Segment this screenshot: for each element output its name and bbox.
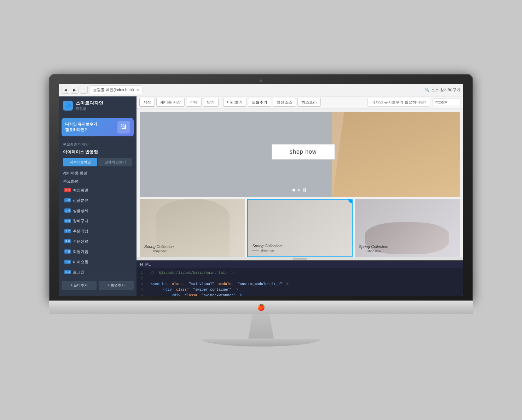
edit-icon-5[interactable]: ✏: [124, 229, 127, 233]
dot-2[interactable]: [297, 189, 300, 191]
delete-icon-3[interactable]: ✕: [128, 209, 131, 213]
code-panel: HTML 1 <!--@layout(/layout/basic/main.ht…: [137, 260, 463, 296]
code-content[interactable]: 1 <!--@layout(/layout/basic/main.html)--…: [137, 268, 463, 296]
screen-item-detail[interactable]: 상세 상품상세 ✏ ✕: [62, 206, 134, 215]
code-line-2: 2: [141, 276, 459, 282]
sidebar-logo: 🔷: [63, 101, 73, 111]
edit-icon[interactable]: ✏: [124, 188, 127, 192]
browser-toolbar: ◀ ▶ ☰ 쇼핑몰 메인(index.html) ✕ 🔍 소스 찾기/바꾸기: [59, 84, 463, 96]
hero-bg-image: [332, 112, 460, 197]
promo-text: 디자인 유지보수가필요하다면?: [65, 122, 115, 132]
edit-icon-7[interactable]: ✏: [124, 250, 127, 254]
scroll-handle: [137, 258, 463, 260]
tab-frequent[interactable]: 자주쓰는화면: [63, 158, 97, 166]
screen-name-category: 상품분류: [73, 198, 122, 203]
screen-item-main[interactable]: 메인 메인화면 ✏ ✕: [62, 185, 134, 195]
screen-item-mypage[interactable]: 마쇼 마이쇼핑 ✏ ✕: [62, 257, 134, 267]
product-card-1[interactable]: Spring Collection shop now: [140, 199, 245, 257]
forward-button[interactable]: ▶: [71, 86, 79, 94]
screen-item-order[interactable]: 주문 주문작성 ✏ ✕: [62, 226, 134, 236]
pause-bar-1: [303, 188, 304, 192]
tab-close-button[interactable]: ✕: [136, 88, 139, 92]
delete-icon-7[interactable]: ✕: [128, 250, 131, 254]
delete-icon-9[interactable]: ✕: [128, 270, 131, 274]
browser-tab[interactable]: 쇼핑몰 메인(index.html) ✕: [89, 85, 143, 94]
promo-icon: 🖼: [117, 121, 130, 134]
product-card-3[interactable]: Spring Collection shop now: [355, 199, 460, 257]
screen-icon-signup: 회원: [64, 249, 71, 254]
screen-icon-mypage: 마쇼: [64, 260, 71, 264]
code-line-5: 5 <div class="swiper-wrapper" >: [141, 293, 459, 296]
hero-section: shop now: [140, 112, 460, 197]
screen-name-signup: 회원가입: [73, 249, 122, 254]
add-module-button[interactable]: 모듈추가: [248, 98, 271, 107]
menu-button[interactable]: ☰: [80, 86, 88, 94]
btn-toolbar: 저장 새이름 저장 삭제 닫기 미리보기 모듈추가 최신소스 히스토리 디자인 …: [137, 96, 463, 108]
product-card-content-1: Spring Collection shop now: [144, 244, 174, 253]
bottom-actions: + 폴더추가 + 화면추가: [59, 278, 137, 293]
screen-list: 메인 메인화면 ✏ ✕ 상분 상품분류: [59, 185, 137, 278]
delete-button[interactable]: 삭제: [186, 98, 202, 107]
scroll-handle-bar: [293, 258, 307, 260]
back-button[interactable]: ◀: [62, 86, 69, 94]
edit-icon-3[interactable]: ✏: [124, 209, 127, 213]
product-card-2[interactable]: Spring Collection shop now: [247, 199, 352, 257]
promo-banner[interactable]: 디자인 유지보수가필요하다면? 🖼: [62, 118, 134, 136]
edit-icon-8[interactable]: ✏: [124, 260, 127, 264]
product-line-2: [252, 250, 259, 250]
url-box: https://: [432, 98, 460, 106]
search-source-button[interactable]: 🔍 소스 찾기/바꾸기: [425, 87, 460, 93]
screen-item-category[interactable]: 상분 상품분류 ✏ ✕: [62, 196, 134, 205]
delete-icon-4[interactable]: ✕: [128, 219, 131, 223]
edit-icon-9[interactable]: ✏: [124, 270, 127, 274]
last-source-button[interactable]: 최신소스: [273, 98, 296, 107]
screen-item-login[interactable]: 로그 로그인 ✏ ✕: [62, 267, 134, 277]
view-tabs: 자주쓰는화면 전체화면보기: [63, 158, 132, 166]
screen-name-order: 주문작성: [73, 229, 122, 234]
canvas-scroll[interactable]: shop now: [137, 108, 463, 258]
screen-icon-order: 주문: [64, 229, 71, 233]
imac-chin: 🍎: [49, 301, 473, 314]
save-button[interactable]: 저장: [139, 98, 155, 107]
editing-label: 편집중인 디자인: [59, 139, 137, 148]
tab-all[interactable]: 전체화면보기: [98, 158, 132, 166]
hero-figure: [332, 112, 460, 197]
screen-name-login: 로그인: [73, 270, 122, 275]
edit-icon-6[interactable]: ✏: [124, 239, 127, 243]
design-alert[interactable]: 디자인 유지보수가 필요하다면?: [367, 98, 430, 107]
pause-button[interactable]: [302, 188, 307, 193]
product-link-1: shop now: [153, 249, 167, 253]
screen-name-main: 메인화면: [73, 188, 122, 193]
history-button[interactable]: 히스토리: [297, 98, 321, 107]
close-button[interactable]: 닫기: [203, 98, 219, 107]
delete-icon[interactable]: ✕: [128, 188, 131, 192]
screen-icon-detail: 상세: [64, 208, 71, 213]
dot-1[interactable]: [292, 189, 295, 191]
add-folder-button[interactable]: + 폴더추가: [62, 281, 97, 290]
screen-item-cart[interactable]: 장바 장바구니 ✏ ✕: [62, 216, 134, 226]
main-split: 🔷 스마트디자인 편집창 디자인 유지보수가필요하다면? 🖼 편집중인 디자인 …: [59, 96, 463, 296]
preview-button[interactable]: 미리보기: [223, 98, 246, 107]
code-panel-header: HTML: [137, 261, 463, 268]
shop-now-button[interactable]: shop now: [272, 144, 335, 160]
edit-icon-2[interactable]: ✏: [124, 199, 127, 202]
screen-item-signup[interactable]: 회원 회원가입 ✏ ✕: [62, 247, 134, 256]
product-label-3: Spring Collection: [359, 244, 388, 249]
screen-item-order-done[interactable]: 주완 주문완료 ✏ ✕: [62, 237, 134, 246]
delete-icon-5[interactable]: ✕: [128, 229, 131, 233]
product-row: Spring Collection shop now: [140, 199, 460, 257]
product-link-3: shop now: [367, 249, 381, 253]
delete-icon-6[interactable]: ✕: [128, 239, 131, 243]
delete-icon-8[interactable]: ✕: [128, 260, 131, 264]
save-new-button[interactable]: 새이름 저장: [156, 98, 185, 107]
search-source-label: 소스 찾기/바꾸기: [431, 87, 460, 93]
sidebar: 🔷 스마트디자인 편집창 디자인 유지보수가필요하다면? 🖼 편집중인 디자인 …: [59, 96, 137, 296]
edit-icon-4[interactable]: ✏: [124, 219, 127, 223]
code-line-1: 1 <!--@layout(/layout/basic/main.html)--…: [141, 270, 459, 276]
product-link-2: shop now: [261, 249, 274, 252]
screen-icon-main: 메인: [64, 188, 71, 192]
design-name: 아이패이스 반응형: [59, 148, 137, 158]
delete-icon-2[interactable]: ✕: [128, 199, 131, 202]
add-screen-button[interactable]: + 화면추가: [99, 281, 134, 290]
pause-bar-2: [305, 188, 306, 192]
